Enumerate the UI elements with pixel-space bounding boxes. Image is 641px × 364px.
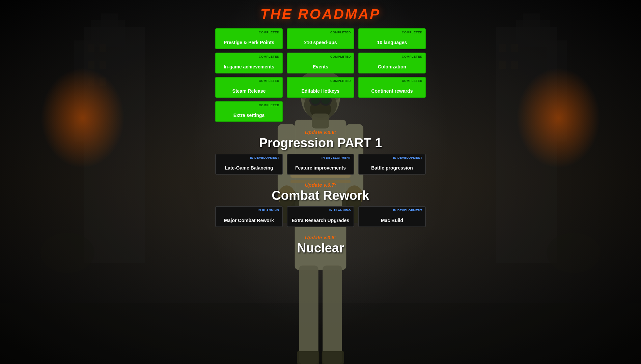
card-colonization-status: COMPLETED — [402, 55, 422, 58]
card-continent-label: Continent rewards — [363, 88, 421, 94]
update-07-version: Update v.0.7: — [272, 182, 369, 188]
update-06-header: Update v.0.6: Progression PART 1 — [259, 129, 382, 150]
update-06-cards: IN DEVELOPMENT Late-Game Balancing IN DE… — [215, 154, 426, 175]
card-feature-improvements[interactable]: IN DEVELOPMENT Feature improvements — [287, 154, 354, 175]
card-continent-status: COMPLETED — [402, 79, 422, 83]
card-speedups[interactable]: COMPLETED x10 speed-ups — [287, 28, 354, 49]
update-06-name: Progression PART 1 — [259, 136, 382, 150]
card-hotkeys-label: Editable Hotkeys — [291, 88, 350, 94]
card-extra-settings-label: Extra settings — [220, 113, 278, 118]
card-prestige-status: COMPLETED — [259, 31, 279, 34]
card-speedups-status: COMPLETED — [330, 31, 351, 34]
update-08-header: Update v.0.8: Nuclear — [297, 235, 344, 255]
completed-section: COMPLETED Prestige & Perk Points COMPLET… — [215, 28, 426, 122]
card-extra-research-label: Extra Research Upgrades — [291, 218, 350, 223]
page-title: THE ROADMAP — [260, 6, 381, 22]
card-extra-settings-status: COMPLETED — [259, 103, 279, 107]
card-feature-status: IN DEVELOPMENT — [322, 156, 351, 159]
card-prestige[interactable]: COMPLETED Prestige & Perk Points — [215, 28, 283, 49]
update-07-name: Combat Rework — [272, 188, 369, 203]
update-08-name: Nuclear — [297, 241, 344, 255]
card-steam-release[interactable]: COMPLETED Steam Release — [215, 77, 283, 98]
card-colonization-label: Colonization — [363, 64, 421, 69]
card-mac-build[interactable]: IN DEVELOPMENT Mac Build — [358, 206, 426, 227]
svg-rect-62 — [299, 266, 318, 364]
svg-rect-61 — [323, 266, 342, 364]
card-events[interactable]: COMPLETED Events — [287, 53, 354, 73]
card-extra-research[interactable]: IN PLANNING Extra Research Upgrades — [287, 206, 354, 227]
card-events-status: COMPLETED — [330, 55, 351, 58]
card-events-label: Events — [291, 64, 350, 69]
card-steam-status: COMPLETED — [259, 79, 279, 83]
card-languages-label: 10 languages — [363, 40, 421, 45]
completed-row-1: COMPLETED Prestige & Perk Points COMPLET… — [215, 28, 426, 49]
card-speedups-label: x10 speed-ups — [291, 40, 350, 45]
card-late-game-label: Late-Game Balancing — [220, 165, 278, 171]
svg-rect-63 — [322, 351, 344, 364]
card-achievements[interactable]: COMPLETED In-game achievements — [215, 53, 283, 73]
card-achievements-status: COMPLETED — [259, 55, 279, 58]
card-achievements-label: In-game achievements — [220, 64, 278, 69]
update-06-version: Update v.0.6: — [259, 129, 382, 135]
card-battle-progression[interactable]: IN DEVELOPMENT Battle progression — [358, 154, 426, 175]
completed-row-2: COMPLETED In-game achievements COMPLETED… — [215, 53, 426, 73]
card-steam-label: Steam Release — [220, 88, 278, 94]
card-mac-build-label: Mac Build — [363, 218, 421, 223]
card-languages[interactable]: COMPLETED 10 languages — [358, 28, 426, 49]
card-major-combat[interactable]: IN PLANNING Major Combat Rework — [215, 206, 283, 227]
card-colonization[interactable]: COMPLETED Colonization — [358, 53, 426, 73]
card-feature-label: Feature improvements — [291, 165, 350, 171]
card-battle-label: Battle progression — [363, 165, 421, 171]
card-mac-build-status: IN DEVELOPMENT — [393, 209, 422, 212]
card-extra-settings[interactable]: COMPLETED Extra settings — [215, 101, 283, 122]
card-hotkeys-status: COMPLETED — [330, 79, 351, 83]
card-battle-status: IN DEVELOPMENT — [393, 156, 422, 159]
card-continent[interactable]: COMPLETED Continent rewards — [358, 77, 426, 98]
card-extra-research-status: IN PLANNING — [329, 209, 351, 212]
svg-rect-64 — [297, 351, 319, 364]
card-late-game[interactable]: IN DEVELOPMENT Late-Game Balancing — [215, 154, 283, 175]
main-content: THE ROADMAP COMPLETED Prestige & Perk Po… — [0, 0, 641, 259]
update-07-cards: IN PLANNING Major Combat Rework IN PLANN… — [215, 206, 426, 227]
card-major-combat-label: Major Combat Rework — [220, 218, 278, 223]
card-prestige-label: Prestige & Perk Points — [220, 40, 278, 45]
card-late-game-status: IN DEVELOPMENT — [250, 156, 279, 159]
update-07-header: Update v.0.7: Combat Rework — [272, 182, 369, 203]
update-08-version: Update v.0.8: — [297, 235, 344, 240]
card-languages-status: COMPLETED — [402, 31, 422, 34]
card-major-combat-status: IN PLANNING — [258, 209, 279, 212]
completed-row-4: COMPLETED Extra settings — [215, 101, 283, 122]
card-hotkeys[interactable]: COMPLETED Editable Hotkeys — [287, 77, 354, 98]
completed-row-3: COMPLETED Steam Release COMPLETED Editab… — [215, 77, 426, 98]
